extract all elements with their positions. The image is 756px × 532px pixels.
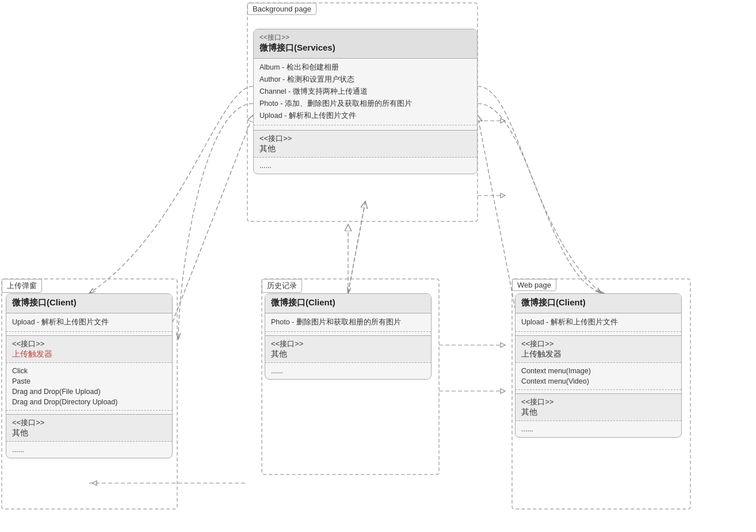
svg-marker-9 [501,343,505,347]
svg-line-6 [478,115,518,322]
services-box: <<接口>> 微博接口(Services) Album - 检出和创建相册 Au… [253,29,478,174]
web-trigger-header: <<接口>> 上传触发器 [516,335,681,363]
upload-other-header: <<接口>> 其他 [6,414,172,442]
history-other-items: ...... [265,363,431,379]
diagram-canvas: Background page 上传弹窗 历史记录 Web page <<接口>… [0,0,756,532]
web-client-title: 微博接口(Client) [521,297,675,308]
svg-marker-8 [501,118,505,123]
history-client-header: 微博接口(Client) [265,294,431,313]
web-trigger-items: Context menu(Image) Context menu(Video) [516,363,681,390]
svg-line-5 [348,201,365,293]
history-client-box: 微博接口(Client) Photo - 删除图片和获取相册的所有图片 <<接口… [265,293,432,380]
services-methods: Album - 检出和创建相册 Author - 检测和设置用户状态 Chann… [254,59,477,125]
service-item-album: Album - 检出和创建相册 [259,62,471,74]
history-client-title: 微博接口(Client) [271,297,425,308]
frame-label-upload: 上传弹窗 [2,279,42,293]
upload-client-box: 微博接口(Client) Upload - 解析和上传图片文件 <<接口>> 上… [6,293,173,458]
service-item-photo: Photo - 添加、删除图片及获取相册的所有图片 [259,98,471,110]
services-header: <<接口>> 微博接口(Services) [254,29,477,59]
services-other-items: ...... [254,158,477,174]
upload-trigger-items: Click Paste Drag and Drop(File Upload) D… [6,363,172,411]
services-title: 微博接口(Services) [259,43,471,53]
web-other-items: ...... [516,421,681,437]
svg-line-4 [173,115,253,322]
history-client-methods: Photo - 删除图片和获取相册的所有图片 [265,313,431,332]
web-client-box: 微博接口(Client) Upload - 解析和上传图片文件 <<接口>> 上… [515,293,682,438]
services-other-header: <<接口>> 其他 [254,130,477,158]
frame-label-history: 历史记录 [262,279,302,293]
svg-marker-11 [92,481,97,485]
web-client-header: 微博接口(Client) [516,294,681,313]
service-item-author: Author - 检测和设置用户状态 [259,74,471,86]
web-client-methods: Upload - 解析和上传图片文件 [516,313,681,332]
frame-label-web: Web page [512,279,556,291]
upload-other-items: ...... [6,442,172,458]
web-other-header: <<接口>> 其他 [516,393,681,421]
svg-marker-7 [501,193,505,198]
frame-label-background: Background page [247,3,316,15]
svg-marker-10 [501,389,505,393]
upload-client-title: 微博接口(Client) [12,297,166,308]
upload-client-methods: Upload - 解析和上传图片文件 [6,313,172,332]
service-item-upload: Upload - 解析和上传图片文件 [259,110,471,122]
upload-trigger-header: <<接口>> 上传触发器 [6,335,172,363]
services-stereotype: <<接口>> [259,33,471,43]
service-item-channel: Channel - 微博支持两种上传通道 [259,86,471,98]
history-other-header: <<接口>> 其他 [265,335,431,363]
upload-client-header: 微博接口(Client) [6,294,172,313]
